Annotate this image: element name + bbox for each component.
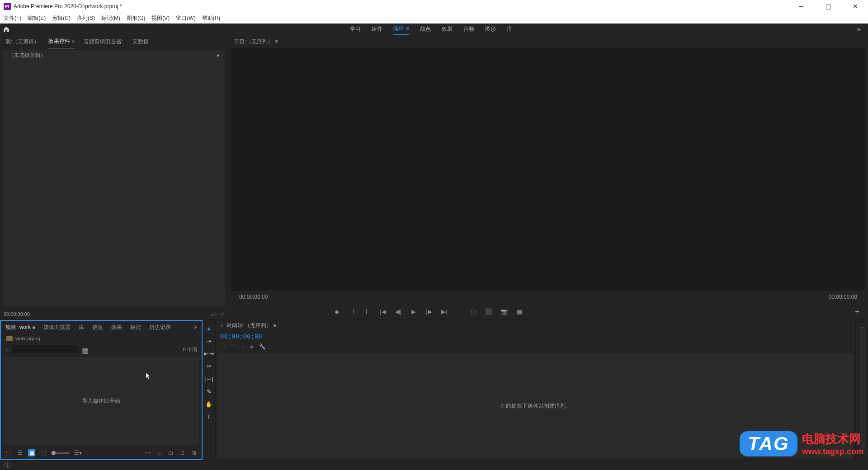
tab-audio-clip-mixer[interactable]: 音频剪辑混合器: — [84, 35, 123, 48]
list-view-icon[interactable]: ☰ — [16, 449, 24, 456]
type-tool[interactable]: T — [204, 412, 213, 421]
mark-in-button[interactable]: ｛ — [348, 307, 357, 316]
source-panel: 源:（无剪辑） 效果控件≡ 音频剪辑混合器: 元数据 （未选择剪辑） ▸ 00:… — [0, 35, 228, 320]
export-frame-button[interactable]: 📷 — [500, 307, 509, 316]
workspace-tab-audio[interactable]: 音频 — [463, 24, 474, 35]
timeline-title: 时间轴:（无序列） ≡ — [226, 322, 276, 329]
effect-controls-content — [3, 61, 225, 306]
automate-sequence-icon[interactable]: ▭ — [144, 449, 151, 456]
timeline-close-icon[interactable]: × — [220, 323, 223, 328]
workspace-tab-edit[interactable]: 编辑 ≡ — [393, 23, 409, 35]
menu-clip[interactable]: 剪辑(C) — [52, 14, 71, 22]
zoom-slider[interactable] — [52, 452, 70, 454]
filter-bin-icon[interactable]: ▦ — [82, 346, 90, 352]
new-item-icon[interactable]: 🗋 — [179, 449, 186, 456]
freeform-view-icon[interactable]: ⬚ — [40, 449, 47, 456]
project-content[interactable]: 导入媒体以开始 — [4, 357, 199, 445]
menu-sequence[interactable]: 序列(S) — [77, 14, 95, 22]
workspace-tab-library[interactable]: 库 — [507, 24, 512, 35]
zoom-toggle-icon[interactable]: ⤢ — [220, 311, 224, 317]
close-button[interactable]: ✕ — [846, 0, 864, 13]
ripple-edit-tool[interactable]: ⇤⇥ — [204, 349, 213, 358]
snap-icon[interactable]: ⬚ — [220, 343, 225, 350]
linked-selection-icon[interactable]: ⌒ — [231, 343, 236, 351]
menu-edit[interactable]: 编辑(E) — [28, 14, 46, 22]
delete-icon[interactable]: 🗑 — [191, 449, 198, 456]
menu-help[interactable]: 帮助(H) — [202, 14, 221, 22]
watermark-text-top: 电脑技术网 — [802, 431, 863, 447]
slip-tool[interactable]: |↔| — [204, 374, 213, 383]
menu-graphics[interactable]: 图形(G) — [127, 14, 145, 22]
find-icon[interactable]: ⌕ — [156, 449, 163, 456]
timeline-timecode[interactable]: 00;00;00;00 — [220, 333, 262, 340]
play-button[interactable]: ▶ — [409, 307, 418, 316]
tab-markers[interactable]: 标记 — [130, 324, 141, 331]
project-panel: 项目: work ≡ 媒体浏览器 库 信息 效果 标记 历史记录 » work.… — [0, 320, 203, 460]
go-to-in-button[interactable]: |◀ — [378, 307, 387, 316]
subheader-expand-icon[interactable]: ▸ — [217, 52, 220, 58]
pen-tool[interactable]: ✎ — [204, 387, 213, 396]
workspace-bar: 学习 组件 编辑 ≡ 颜色 效果 音频 图形 库 » — [0, 24, 868, 35]
effect-controls-subheader: （未选择剪辑） ▸ — [3, 50, 225, 61]
tab-metadata[interactable]: 元数据 — [132, 35, 149, 48]
hand-tool[interactable]: ✋ — [204, 400, 213, 409]
selection-tool[interactable]: ▲ — [204, 324, 213, 333]
tab-history[interactable]: 历史记录 — [149, 324, 171, 331]
mark-out-button[interactable]: ｝ — [363, 307, 372, 316]
timeline-tools: ▲ ⇥ ⇤⇥ ✂ |↔| ✎ ✋ T — [203, 320, 215, 460]
transport-bar: ◆ ｛ ｝ |◀ ◀| ▶ |▶ ▶| ⬚ ⬛ 📷 ▦ ＋ — [228, 303, 868, 320]
track-select-tool[interactable]: ⇥ — [204, 336, 213, 345]
settings-icon[interactable]: 🔧 — [259, 343, 266, 350]
workspace-tab-assembly[interactable]: 组件 — [372, 24, 382, 35]
step-back-button[interactable]: ◀| — [394, 307, 403, 316]
tab-effects[interactable]: 效果 — [111, 324, 122, 331]
program-timecode-right: 00:00:00:00 — [829, 294, 857, 300]
program-title: 节目:（无序列） ≡ — [234, 38, 278, 46]
project-search-input[interactable] — [12, 345, 78, 353]
watermark-tag: TAG — [740, 431, 797, 456]
file-path: D:\pr\work.prproj * — [78, 3, 122, 9]
project-empty-label: 导入媒体以开始 — [82, 397, 120, 405]
new-bin-icon[interactable]: 🗀 — [167, 449, 175, 456]
comparison-button[interactable]: ▦ — [515, 307, 524, 316]
menu-window[interactable]: 窗口(W) — [176, 14, 195, 22]
icon-view-icon[interactable]: ▦ — [28, 449, 35, 456]
add-marker-button[interactable]: ◆ — [332, 307, 341, 316]
tab-effect-controls[interactable]: 效果控件≡ — [48, 35, 75, 48]
menu-file[interactable]: 文件(F) — [4, 14, 21, 22]
tab-media-browser[interactable]: 媒体浏览器 — [43, 324, 71, 331]
go-to-out-button[interactable]: ▶| — [440, 307, 449, 316]
folder-icon — [6, 336, 13, 341]
add-marker-icon[interactable]: ▿ — [241, 343, 244, 350]
tab-library[interactable]: 库 — [79, 324, 84, 331]
status-info-icon[interactable]: ⓘ — [5, 461, 10, 470]
workspace-tab-graphics[interactable]: 图形 — [485, 24, 496, 35]
step-forward-button[interactable]: |▶ — [425, 307, 434, 316]
maximize-button[interactable]: ▢ — [819, 0, 837, 13]
minimize-button[interactable]: ─ — [792, 0, 810, 13]
search-icon: ⌕ — [5, 346, 9, 352]
item-count: 0 个项 — [183, 346, 197, 353]
app-icon: Pr — [4, 3, 11, 10]
workspace-tab-color[interactable]: 颜色 — [420, 24, 431, 35]
lift-button[interactable]: ⬚ — [469, 307, 478, 316]
workspace-more-button[interactable]: » — [849, 25, 868, 33]
marker-icon[interactable]: ◆ — [250, 343, 254, 350]
menu-view[interactable]: 视图(V) — [151, 14, 170, 22]
tab-project[interactable]: 项目: work ≡ — [5, 324, 35, 331]
sort-icon[interactable]: ☰▾ — [74, 449, 81, 456]
workspace-tab-effects[interactable]: 效果 — [442, 24, 453, 35]
status-bar: ⓘ — [0, 460, 868, 470]
watermark-text-bottom: www.tagxp.com — [802, 447, 863, 456]
add-button-icon[interactable]: ＋ — [854, 307, 861, 316]
write-lock-icon[interactable]: ⬚ — [5, 449, 12, 456]
menu-marker[interactable]: 标记(M) — [101, 14, 120, 22]
home-button[interactable] — [0, 24, 13, 35]
project-more-button[interactable]: » — [194, 324, 197, 330]
workspace-tab-learn[interactable]: 学习 — [350, 24, 361, 35]
playhead-toggle-icon[interactable]: ▹◃ — [211, 311, 217, 317]
razor-tool[interactable]: ✂ — [204, 362, 213, 371]
tab-source[interactable]: 源:（无剪辑） — [5, 35, 39, 48]
tab-info[interactable]: 信息 — [92, 324, 103, 331]
extract-button[interactable]: ⬛ — [484, 307, 493, 316]
